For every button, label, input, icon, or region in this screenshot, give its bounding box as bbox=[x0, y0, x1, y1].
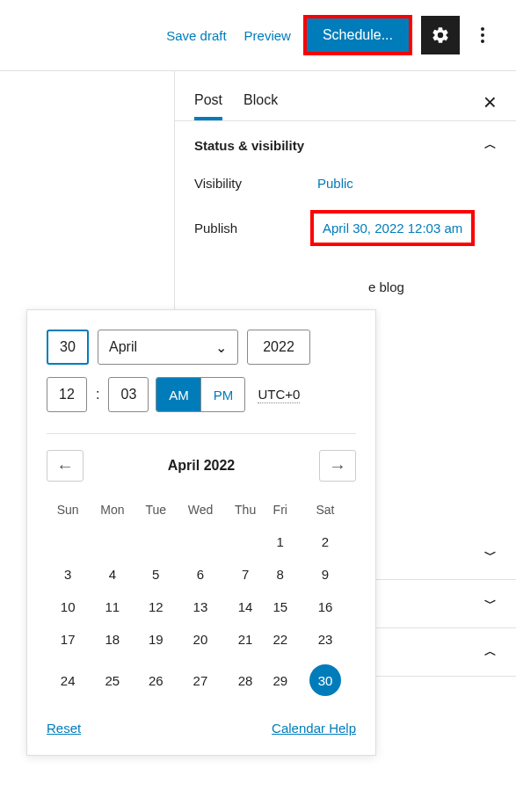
calendar-day[interactable]: 17 bbox=[47, 623, 89, 656]
status-visibility-panel: Status & visibility ︿ Visibility Public … bbox=[175, 121, 516, 258]
calendar-day[interactable]: 14 bbox=[225, 591, 266, 623]
save-draft-button[interactable]: Save draft bbox=[163, 21, 229, 50]
calendar-day[interactable]: 10 bbox=[47, 591, 89, 623]
calendar-day[interactable]: 9 bbox=[294, 558, 356, 591]
am-button[interactable]: AM bbox=[156, 378, 200, 411]
settings-button[interactable] bbox=[421, 16, 460, 54]
visibility-label: Visibility bbox=[194, 176, 317, 191]
calendar-day[interactable]: 15 bbox=[266, 591, 294, 623]
year-input[interactable]: 2022 bbox=[247, 330, 310, 365]
editor-topbar: Save draft Preview Schedule... bbox=[0, 0, 516, 71]
month-value: April bbox=[109, 339, 137, 355]
calendar-day bbox=[135, 526, 176, 558]
day-input[interactable]: 30 bbox=[47, 330, 89, 365]
visibility-value[interactable]: Public bbox=[317, 176, 353, 191]
calendar-day[interactable]: 1 bbox=[266, 526, 294, 558]
month-select[interactable]: April ⌄ bbox=[98, 330, 238, 365]
calendar-day[interactable]: 30 bbox=[294, 656, 356, 705]
preview-button[interactable]: Preview bbox=[241, 21, 294, 50]
calendar-dow: Thu bbox=[225, 494, 266, 526]
arrow-right-icon: → bbox=[329, 456, 346, 476]
calendar-day[interactable]: 29 bbox=[266, 656, 294, 705]
tab-block[interactable]: Block bbox=[243, 83, 278, 120]
calendar-day bbox=[225, 526, 266, 558]
calendar-day bbox=[176, 526, 224, 558]
publish-label: Publish bbox=[194, 221, 317, 236]
chevron-down-icon: ﹀ bbox=[484, 547, 497, 563]
arrow-left-icon: ← bbox=[56, 456, 74, 476]
obscured-text: e blog bbox=[368, 279, 516, 294]
calendar-day[interactable]: 4 bbox=[89, 558, 135, 591]
calendar-dow: Sat bbox=[294, 494, 356, 526]
calendar-day[interactable]: 18 bbox=[89, 623, 135, 656]
calendar-day[interactable]: 6 bbox=[176, 558, 224, 591]
calendar-day[interactable]: 11 bbox=[89, 591, 135, 623]
calendar-day[interactable]: 3 bbox=[47, 558, 89, 591]
dots-vertical-icon bbox=[481, 27, 484, 43]
calendar-day[interactable]: 20 bbox=[176, 623, 224, 656]
tab-post[interactable]: Post bbox=[194, 83, 222, 120]
calendar-day[interactable]: 13 bbox=[176, 591, 224, 623]
calendar-day bbox=[47, 526, 89, 558]
calendar-day[interactable]: 26 bbox=[135, 656, 176, 705]
calendar-day[interactable]: 23 bbox=[294, 623, 356, 656]
schedule-button[interactable]: Schedule... bbox=[305, 17, 411, 54]
calendar-day[interactable]: 12 bbox=[135, 591, 176, 623]
calendar-day[interactable]: 16 bbox=[294, 591, 356, 623]
sidebar-tabs: Post Block × bbox=[175, 71, 516, 121]
calendar-day[interactable]: 2 bbox=[294, 526, 356, 558]
calendar-dow: Wed bbox=[176, 494, 224, 526]
calendar-day[interactable]: 21 bbox=[225, 623, 266, 656]
publish-row: Publish April 30, 2022 12:03 am bbox=[194, 214, 497, 243]
calendar-dow: Tue bbox=[135, 494, 176, 526]
hour-input[interactable]: 12 bbox=[47, 377, 87, 412]
chevron-down-icon: ﹀ bbox=[484, 596, 497, 612]
calendar-dow: Sun bbox=[47, 494, 89, 526]
divider bbox=[47, 433, 356, 434]
pm-button[interactable]: PM bbox=[200, 378, 244, 411]
publish-value[interactable]: April 30, 2022 12:03 am bbox=[314, 214, 471, 243]
calendar-day[interactable]: 24 bbox=[47, 656, 89, 705]
calendar-day[interactable]: 27 bbox=[176, 656, 224, 705]
calendar-day[interactable]: 5 bbox=[135, 558, 176, 591]
calendar-day[interactable]: 19 bbox=[135, 623, 176, 656]
chevron-up-icon: ︿ bbox=[484, 137, 497, 153]
calendar-day[interactable]: 8 bbox=[266, 558, 294, 591]
ampm-toggle: AM PM bbox=[156, 377, 245, 412]
calendar-dow: Fri bbox=[266, 494, 294, 526]
calendar-day[interactable]: 7 bbox=[225, 558, 266, 591]
section-title: Status & visibility bbox=[194, 138, 304, 153]
calendar-day[interactable]: 25 bbox=[89, 656, 135, 705]
calendar-day[interactable]: 28 bbox=[225, 656, 266, 705]
timezone-label[interactable]: UTC+0 bbox=[258, 387, 300, 403]
gear-icon bbox=[431, 25, 450, 45]
chevron-down-icon: ⌄ bbox=[215, 339, 227, 356]
visibility-row: Visibility Public bbox=[194, 176, 497, 191]
calendar-day bbox=[89, 526, 135, 558]
prev-month-button[interactable]: ← bbox=[47, 450, 84, 482]
chevron-up-icon: ︿ bbox=[484, 644, 497, 660]
minute-input[interactable]: 03 bbox=[108, 377, 149, 412]
next-month-button[interactable]: → bbox=[319, 450, 356, 482]
more-options-button[interactable] bbox=[470, 16, 495, 54]
calendar-title: April 2022 bbox=[168, 458, 235, 474]
calendar-grid: SunMonTueWedThuFriSat 123456789101112131… bbox=[47, 494, 356, 705]
time-colon: : bbox=[94, 387, 101, 402]
datetime-picker: 30 April ⌄ 2022 12 : 03 AM PM UTC+0 ← Ap… bbox=[26, 309, 376, 712]
calendar-day[interactable]: 22 bbox=[266, 623, 294, 656]
calendar-dow: Mon bbox=[89, 494, 135, 526]
close-sidebar-button[interactable]: × bbox=[483, 91, 497, 113]
status-visibility-header[interactable]: Status & visibility ︿ bbox=[194, 137, 497, 153]
